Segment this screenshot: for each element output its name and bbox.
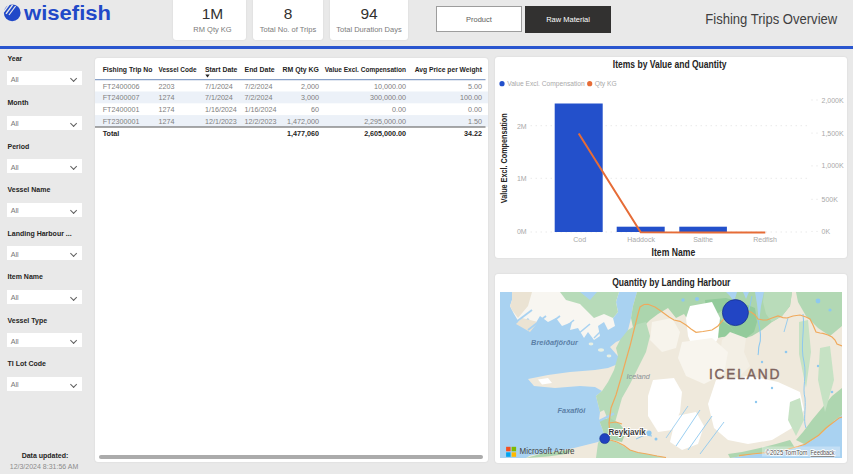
svg-text:©2025 TomTom: ©2025 TomTom bbox=[765, 449, 807, 456]
svg-text:Faxaflói: Faxaflói bbox=[557, 407, 586, 416]
svg-text:7/2/2024: 7/2/2024 bbox=[244, 81, 272, 90]
svg-text:Redfish: Redfish bbox=[754, 236, 778, 243]
svg-text:RM Qty KG: RM Qty KG bbox=[193, 25, 232, 34]
svg-text:FT2300001: FT2300001 bbox=[102, 116, 139, 125]
svg-text:Start Date: Start Date bbox=[204, 64, 236, 73]
svg-text:Iceland: Iceland bbox=[626, 374, 650, 381]
svg-text:0K: 0K bbox=[822, 227, 831, 234]
svg-text:Value Excl. Compensation: Value Excl. Compensation bbox=[324, 64, 405, 73]
svg-text:Total: Total bbox=[102, 129, 119, 138]
svg-text:RM Qty KG: RM Qty KG bbox=[282, 64, 319, 73]
svg-text:2,605,000.00: 2,605,000.00 bbox=[364, 129, 406, 138]
svg-text:Qty KG: Qty KG bbox=[595, 80, 617, 88]
svg-text:Feedback: Feedback bbox=[810, 449, 835, 456]
svg-text:Total Duration Days: Total Duration Days bbox=[336, 25, 402, 34]
svg-text:2M: 2M bbox=[517, 122, 527, 129]
svg-text:Quantity by Landing Harbour: Quantity by Landing Harbour bbox=[612, 277, 730, 288]
svg-text:34.22: 34.22 bbox=[463, 129, 481, 138]
svg-text:1.50: 1.50 bbox=[467, 116, 481, 125]
svg-text:ICELAND: ICELAND bbox=[709, 365, 781, 382]
svg-text:0M: 0M bbox=[517, 228, 527, 235]
svg-text:1,000K: 1,000K bbox=[822, 162, 845, 169]
svg-text:wisefish: wisefish bbox=[23, 2, 111, 24]
svg-text:1274: 1274 bbox=[158, 105, 174, 114]
svg-text:Haddock: Haddock bbox=[628, 236, 656, 243]
svg-text:Reykjavík: Reykjavík bbox=[608, 426, 646, 437]
svg-text:Item Name: Item Name bbox=[652, 245, 696, 257]
svg-text:12/1/2023: 12/1/2023 bbox=[204, 116, 236, 125]
svg-text:8: 8 bbox=[284, 5, 293, 22]
svg-text:FT2400006: FT2400006 bbox=[102, 81, 139, 90]
svg-text:Value Excl. Compensation: Value Excl. Compensation bbox=[498, 113, 509, 203]
svg-text:Saithe: Saithe bbox=[693, 236, 713, 243]
svg-text:End Date: End Date bbox=[244, 64, 274, 73]
svg-text:1,472,000: 1,472,000 bbox=[286, 116, 318, 125]
svg-text:FT2400001: FT2400001 bbox=[102, 105, 139, 114]
svg-text:1,477,060: 1,477,060 bbox=[286, 129, 318, 138]
svg-text:Value Excl. Compensation: Value Excl. Compensation bbox=[507, 80, 585, 88]
svg-text:300,000.00: 300,000.00 bbox=[370, 93, 406, 102]
svg-text:2,000: 2,000 bbox=[300, 81, 318, 90]
svg-text:0.00: 0.00 bbox=[392, 105, 406, 114]
svg-text:1274: 1274 bbox=[158, 93, 174, 102]
svg-text:500K: 500K bbox=[822, 195, 839, 202]
svg-text:2,295,000.00: 2,295,000.00 bbox=[364, 116, 406, 125]
svg-text:1/16/2024: 1/16/2024 bbox=[204, 105, 236, 114]
svg-text:7/1/2024: 7/1/2024 bbox=[204, 93, 232, 102]
svg-text:Fishing Trip No: Fishing Trip No bbox=[102, 64, 152, 73]
svg-text:3,000: 3,000 bbox=[300, 93, 318, 102]
svg-text:1/16/2024: 1/16/2024 bbox=[244, 105, 276, 114]
svg-text:7/1/2024: 7/1/2024 bbox=[204, 81, 232, 90]
svg-text:1M: 1M bbox=[202, 5, 224, 22]
svg-text:100.00: 100.00 bbox=[459, 93, 481, 102]
svg-text:Breiðafjörður: Breiðafjörður bbox=[531, 338, 579, 347]
svg-text:Fishing Trips Overview: Fishing Trips Overview bbox=[705, 10, 838, 27]
svg-text:0.00: 0.00 bbox=[467, 105, 481, 114]
svg-text:1274: 1274 bbox=[158, 116, 174, 125]
svg-text:94: 94 bbox=[360, 5, 378, 22]
svg-text:Total No. of Trips: Total No. of Trips bbox=[260, 25, 317, 34]
svg-text:1M: 1M bbox=[517, 175, 527, 182]
svg-text:2203: 2203 bbox=[158, 81, 174, 90]
svg-text:7/2/2024: 7/2/2024 bbox=[244, 93, 272, 102]
svg-text:2,000K: 2,000K bbox=[822, 96, 845, 103]
svg-text:10,000.00: 10,000.00 bbox=[374, 81, 406, 90]
svg-text:60: 60 bbox=[310, 105, 318, 114]
svg-text:1,500K: 1,500K bbox=[822, 129, 845, 136]
svg-text:12/2/2023: 12/2/2023 bbox=[244, 116, 276, 125]
svg-text:Microsoft Azure: Microsoft Azure bbox=[519, 445, 574, 456]
svg-text:Cod: Cod bbox=[574, 236, 587, 243]
svg-text:Items by Value and Quantity: Items by Value and Quantity bbox=[613, 59, 727, 70]
svg-text:5.00: 5.00 bbox=[467, 81, 481, 90]
svg-text:Avg Price per Weight: Avg Price per Weight bbox=[414, 64, 482, 73]
svg-text:FT2400007: FT2400007 bbox=[102, 93, 139, 102]
svg-text:Vessel Code: Vessel Code bbox=[158, 64, 196, 73]
